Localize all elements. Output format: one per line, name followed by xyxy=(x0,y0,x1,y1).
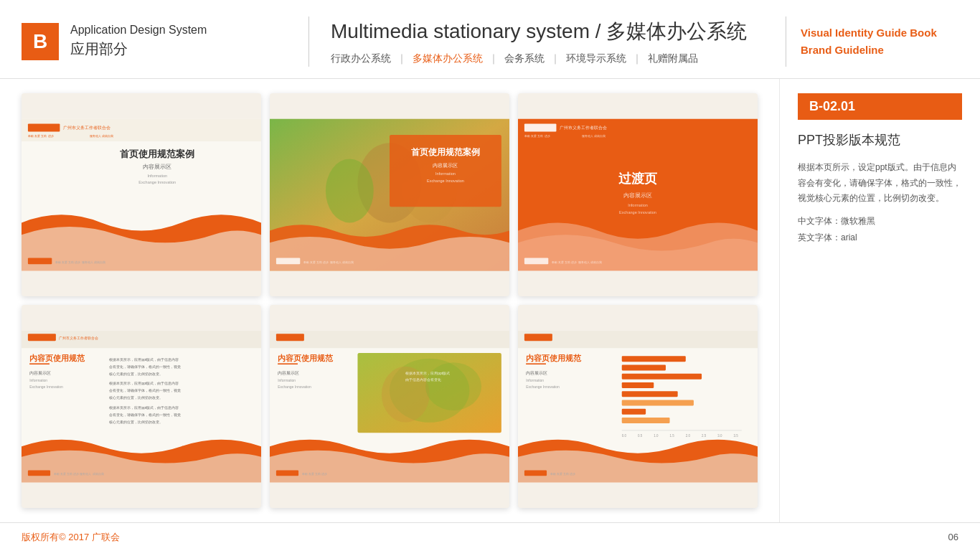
svg-rect-82 xyxy=(622,391,678,397)
slide-2: 首页使用规范案例 内容展示区 Information Exchange Inno… xyxy=(270,93,509,296)
right-line2: Brand Guideline xyxy=(801,42,958,59)
font-en: 英文字体：arial xyxy=(798,232,962,244)
nav-sep-1: ｜ xyxy=(397,52,407,65)
slides-area: 广州市义务工作者联合会 奉献 友爱 互助 进步 服务他人 成就自我 首页使用规范… xyxy=(0,79,779,522)
svg-text:内容页使用规范: 内容页使用规范 xyxy=(526,354,582,362)
svg-rect-52 xyxy=(28,471,50,476)
svg-text:服务他人 成就自我: 服务他人 成就自我 xyxy=(90,134,113,138)
nav-item-5[interactable]: 礼赠附属品 xyxy=(648,52,698,65)
svg-rect-72 xyxy=(524,334,552,341)
slides-grid: 广州市义务工作者联合会 奉献 友爱 互助 进步 服务他人 成就自我 首页使用规范… xyxy=(22,93,758,508)
header-center: Multimedia stationary system / 多媒体办公系统 行… xyxy=(324,18,771,65)
svg-text:3.5: 3.5 xyxy=(734,434,739,438)
svg-text:过渡页: 过渡页 xyxy=(618,171,658,186)
section-desc: 根据本页所示，设定ppt版式。由于信息内容会有变化，请确保字体，格式的一致性，视… xyxy=(798,160,962,207)
slide-6: 内容页使用规范 内容展示区 Information Exchange Innov… xyxy=(518,305,758,508)
svg-text:广州市义务工作者联合会: 广州市义务工作者联合会 xyxy=(63,125,110,130)
svg-text:广州市义务工作者联合会: 广州市义务工作者联合会 xyxy=(560,125,607,130)
nav-item-2[interactable]: 多媒体办公系统 xyxy=(413,52,483,65)
svg-text:1.0: 1.0 xyxy=(654,434,659,438)
svg-text:根据本页所示，应用ppt版式: 根据本页所示，应用ppt版式 xyxy=(405,371,450,375)
svg-text:1.5: 1.5 xyxy=(670,434,675,438)
svg-text:内容展示区: 内容展示区 xyxy=(526,370,547,375)
nav-item-4[interactable]: 环境导示系统 xyxy=(566,52,626,65)
svg-text:内容展示区: 内容展示区 xyxy=(278,370,299,375)
header-left: B Application Design System 应用部分 xyxy=(22,23,294,60)
footer-page-number: 06 xyxy=(948,532,958,542)
svg-text:奉献 友爱 互助 进步: 奉献 友爱 互助 进步 xyxy=(28,134,54,138)
nav-sep-3: ｜ xyxy=(550,52,560,65)
svg-text:Exchange Innovation: Exchange Innovation xyxy=(619,210,656,215)
center-title: Multimedia stationary system / 多媒体办公系统 xyxy=(331,18,764,45)
svg-rect-81 xyxy=(622,382,654,388)
svg-rect-68 xyxy=(276,471,298,476)
svg-text:首页使用规范案例: 首页使用规范案例 xyxy=(120,149,194,159)
svg-rect-74 xyxy=(526,363,546,364)
slide-5: 内容页使用规范 内容展示区 Information Exchange Innov… xyxy=(270,305,509,508)
slide-1: 广州市义务工作者联合会 奉献 友爱 互助 进步 服务他人 成就自我 首页使用规范… xyxy=(22,93,261,296)
svg-text:会有变化，请确保字体，格式的一致性，视觉: 会有变化，请确保字体，格式的一致性，视觉 xyxy=(109,388,181,392)
svg-text:内容页使用规范: 内容页使用规范 xyxy=(29,354,85,362)
svg-text:奉献 友爱 互助 进步: 奉献 友爱 互助 进步 xyxy=(302,472,328,476)
svg-text:Information: Information xyxy=(435,171,456,176)
svg-text:广州市义务工作者联合会: 广州市义务工作者联合会 xyxy=(59,336,98,340)
slide-4: 广州市义务工作者联合会 内容页使用规范 内容展示区 Information Ex… xyxy=(22,305,261,508)
svg-point-65 xyxy=(425,362,481,410)
svg-text:Information: Information xyxy=(278,378,296,382)
svg-text:奉献 友爱 互助 进步  服务他人 成就自我: 奉献 友爱 互助 进步 服务他人 成就自我 xyxy=(303,260,354,264)
svg-text:2.5: 2.5 xyxy=(702,434,707,438)
svg-text:Information: Information xyxy=(628,203,648,207)
footer-copyright: 版权所有© 2017 广联会 xyxy=(22,531,120,544)
nav-bar: 行政办公系统 ｜ 多媒体办公系统 ｜ 会务系统 ｜ 环境导示系统 ｜ 礼赠附属品 xyxy=(331,52,764,65)
svg-rect-85 xyxy=(622,418,670,423)
svg-text:0.0: 0.0 xyxy=(622,434,627,438)
slide-3: 广州市义务工作者联合会 奉献 友爱 互助 进步 服务他人 成就自我 过渡页 内容… xyxy=(518,93,758,296)
svg-text:服务他人 成就自我: 服务他人 成就自我 xyxy=(582,134,606,138)
svg-rect-78 xyxy=(622,356,686,362)
svg-text:根据本页所示，应用ppt版式，由于信息内容: 根据本页所示，应用ppt版式，由于信息内容 xyxy=(109,381,179,385)
svg-rect-79 xyxy=(622,365,666,371)
svg-rect-24 xyxy=(524,123,557,131)
left-title-en: Application Design System xyxy=(70,24,207,37)
svg-text:奉献 友爱 互助 进步: 奉献 友爱 互助 进步 xyxy=(524,134,550,138)
svg-rect-83 xyxy=(622,400,694,406)
svg-point-14 xyxy=(326,159,374,222)
svg-text:2.0: 2.0 xyxy=(686,434,691,438)
header-divider-right xyxy=(786,17,786,67)
svg-text:内容展示区: 内容展示区 xyxy=(29,370,51,375)
section-title: PPT投影版本规范 xyxy=(798,131,962,149)
nav-sep-2: ｜ xyxy=(489,52,499,65)
svg-rect-36 xyxy=(28,334,56,341)
svg-rect-95 xyxy=(524,471,547,476)
left-title-zh: 应用部分 xyxy=(70,39,207,59)
main-content: 广州市义务工作者联合会 奉献 友爱 互助 进步 服务他人 成就自我 首页使用规范… xyxy=(0,79,980,522)
header-right: Visual Identity Guide Book Brand Guideli… xyxy=(801,24,958,59)
svg-text:3.0: 3.0 xyxy=(717,434,722,438)
nav-item-1[interactable]: 行政办公系统 xyxy=(331,52,391,65)
svg-text:根据本页所示，应用ppt版式，由于信息内容: 根据本页所示，应用ppt版式，由于信息内容 xyxy=(109,405,179,410)
svg-text:Exchange Innovation: Exchange Innovation xyxy=(526,385,560,389)
svg-text:Exchange Innovation: Exchange Innovation xyxy=(138,180,176,184)
svg-text:核心元素的位置，比例切勿改变。: 核心元素的位置，比例切勿改变。 xyxy=(108,372,163,376)
svg-text:会有变化，请确保字体，格式的一致性，视觉: 会有变化，请确保字体，格式的一致性，视觉 xyxy=(109,413,181,417)
svg-rect-10 xyxy=(28,258,52,264)
b-icon: B xyxy=(22,23,59,60)
svg-text:核心元素的位置，比例切勿改变。: 核心元素的位置，比例切勿改变。 xyxy=(108,420,163,424)
svg-rect-56 xyxy=(276,334,304,341)
section-badge: B-02.01 xyxy=(798,93,962,120)
svg-text:奉献 友爱 互助 进步  服务他人 成就自我: 奉献 友爱 互助 进步 服务他人 成就自我 xyxy=(55,260,105,264)
svg-text:奉献 友爱 互助 进步  服务他人 成就自我: 奉献 友爱 互助 进步 服务他人 成就自我 xyxy=(54,472,104,476)
svg-text:内容展示区: 内容展示区 xyxy=(623,192,652,199)
svg-rect-71 xyxy=(518,331,758,348)
right-sidebar: B-02.01 PPT投影版本规范 根据本页所示，设定ppt版式。由于信息内容会… xyxy=(779,79,980,522)
svg-text:核心元素的位置，比例切勿改变。: 核心元素的位置，比例切勿改变。 xyxy=(108,395,163,400)
svg-rect-80 xyxy=(622,374,702,380)
font-zh: 中文字体：微软雅黑 xyxy=(798,215,962,227)
svg-rect-35 xyxy=(22,331,261,348)
svg-text:Exchange Innovation: Exchange Innovation xyxy=(427,179,464,183)
nav-item-3[interactable]: 会务系统 xyxy=(504,52,545,65)
nav-sep-4: ｜ xyxy=(632,52,642,65)
svg-text:0.5: 0.5 xyxy=(638,434,643,438)
svg-text:Information: Information xyxy=(29,378,47,382)
svg-rect-84 xyxy=(622,409,646,415)
